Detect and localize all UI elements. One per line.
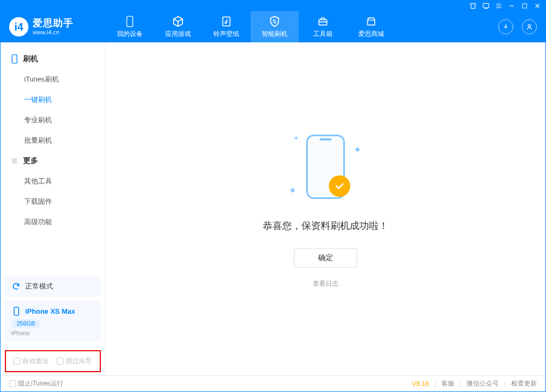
- checkbox-label: 跳过向导: [66, 357, 92, 366]
- list-icon: [10, 157, 19, 165]
- sparkle-icon: ◆: [290, 186, 295, 194]
- support-link[interactable]: 客服: [441, 379, 454, 388]
- checkbox-skip-guide[interactable]: 跳过向导: [57, 357, 92, 366]
- sidebar-item-advanced[interactable]: 高级功能: [1, 212, 105, 232]
- checkbox-label: 自动激活: [23, 357, 48, 366]
- nav-tabs: 我的设备 应用游戏 铃声壁纸 智能刷机 工具箱 爱思商城: [106, 11, 395, 42]
- minimize-icon[interactable]: [508, 2, 515, 10]
- wechat-link[interactable]: 微信公众号: [467, 379, 499, 388]
- group-title: 更多: [23, 156, 38, 166]
- tab-label: 应用游戏: [165, 29, 191, 39]
- sidebar-item-batch-flash[interactable]: 批量刷机: [1, 130, 105, 151]
- sidebar-group-more: 更多: [1, 151, 105, 171]
- titlebar: [1, 1, 545, 11]
- version-label: V8.16: [412, 380, 429, 388]
- refresh-icon: [11, 282, 21, 291]
- tab-store[interactable]: 爱思商城: [347, 11, 395, 42]
- app-subtitle: www.i4.cn: [33, 29, 73, 35]
- device-mode-label: 正常模式: [25, 282, 53, 291]
- sidebar-item-pro-flash[interactable]: 专业刷机: [1, 110, 105, 130]
- shield-refresh-icon: [269, 16, 281, 27]
- separator: |: [460, 380, 461, 388]
- header-actions: [498, 19, 537, 34]
- phone-small-icon: [11, 306, 21, 316]
- toolbox-icon: [317, 16, 329, 27]
- checkbox-label: 阻止iTunes运行: [18, 379, 63, 388]
- check-circle-icon: [329, 175, 350, 197]
- store-icon: [365, 16, 377, 27]
- svg-rect-6: [12, 55, 17, 63]
- tab-label: 我的设备: [117, 29, 143, 39]
- check-update-link[interactable]: 检查更新: [511, 379, 537, 388]
- device-mode-card[interactable]: 正常模式: [5, 276, 101, 297]
- user-icon[interactable]: [522, 19, 537, 34]
- phone-icon: [10, 55, 19, 63]
- ok-button[interactable]: 确定: [294, 248, 357, 268]
- feedback-icon[interactable]: [482, 2, 490, 10]
- svg-rect-7: [14, 307, 19, 315]
- logo-icon: i4: [9, 17, 28, 36]
- skin-icon[interactable]: [469, 2, 477, 10]
- sparkle-icon: ◆: [355, 145, 360, 153]
- tab-flash[interactable]: 智能刷机: [250, 11, 299, 42]
- sidebar-item-download-firmware[interactable]: 下载固件: [1, 191, 105, 212]
- sidebar-item-other-tools[interactable]: 其他工具: [1, 171, 105, 191]
- success-message: 恭喜您，保资料刷机成功啦！: [263, 219, 388, 232]
- checkbox-icon: [57, 358, 64, 365]
- tab-label: 工具箱: [313, 29, 333, 39]
- download-icon[interactable]: [498, 19, 513, 34]
- tab-apps[interactable]: 应用游戏: [154, 11, 202, 42]
- tab-toolbox[interactable]: 工具箱: [299, 11, 347, 42]
- close-icon[interactable]: [534, 2, 541, 10]
- svg-point-5: [528, 25, 531, 27]
- device-icon: [124, 16, 136, 27]
- svg-rect-2: [127, 16, 133, 26]
- logo: i4 爱思助手 www.i4.cn: [9, 17, 106, 36]
- tab-ringtones[interactable]: 铃声壁纸: [202, 11, 250, 42]
- device-block: 正常模式 iPhone XS Max 256GB iPhone: [1, 276, 105, 347]
- success-illustration: ✦ ◆ ◆: [288, 129, 363, 204]
- checkbox-icon: [13, 358, 20, 365]
- app-title: 爱思助手: [33, 18, 73, 29]
- sidebar-group-flash: 刷机: [1, 49, 105, 69]
- sidebar-item-oneclick-flash[interactable]: 一键刷机: [1, 90, 105, 110]
- device-type: iPhone: [11, 330, 94, 336]
- checkbox-auto-activate[interactable]: 自动激活: [13, 357, 48, 366]
- main-body: 刷机 iTunes刷机 一键刷机 专业刷机 批量刷机 更多 其他工具 下载固件 …: [1, 42, 545, 375]
- svg-rect-1: [522, 4, 527, 8]
- music-icon: [220, 16, 232, 27]
- tab-label: 智能刷机: [262, 29, 287, 39]
- menu-icon[interactable]: [495, 2, 503, 10]
- checkbox-block-itunes[interactable]: 阻止iTunes运行: [9, 379, 63, 388]
- separator: |: [434, 380, 436, 388]
- sidebar: 刷机 iTunes刷机 一键刷机 专业刷机 批量刷机 更多 其他工具 下载固件 …: [1, 42, 106, 375]
- statusbar: 阻止iTunes运行 V8.16 | 客服 | 微信公众号 | 检查更新: [1, 375, 545, 391]
- tab-label: 爱思商城: [358, 29, 384, 39]
- group-title: 刷机: [23, 54, 38, 64]
- cube-icon: [172, 16, 184, 27]
- device-name: iPhone XS Max: [25, 307, 75, 315]
- svg-rect-0: [483, 3, 489, 8]
- header: i4 爱思助手 www.i4.cn 我的设备 应用游戏 铃声壁纸 智能刷机: [1, 11, 545, 42]
- sidebar-item-itunes-flash[interactable]: iTunes刷机: [1, 69, 105, 90]
- tab-label: 铃声壁纸: [213, 29, 239, 39]
- checkbox-icon: [9, 380, 16, 387]
- device-capacity-badge: 256GB: [11, 319, 40, 328]
- app-window: i4 爱思助手 www.i4.cn 我的设备 应用游戏 铃声壁纸 智能刷机: [0, 0, 546, 392]
- tab-my-device[interactable]: 我的设备: [106, 11, 154, 42]
- highlighted-options: 自动激活 跳过向导: [5, 350, 101, 372]
- maximize-icon[interactable]: [521, 2, 528, 10]
- view-log-link[interactable]: 查看日志: [313, 279, 338, 289]
- content-area: ✦ ◆ ◆ 恭喜您，保资料刷机成功啦！ 确定 查看日志: [106, 42, 545, 375]
- sparkle-icon: ✦: [293, 135, 299, 142]
- device-info-card[interactable]: iPhone XS Max 256GB iPhone: [5, 301, 101, 342]
- separator: |: [504, 380, 506, 388]
